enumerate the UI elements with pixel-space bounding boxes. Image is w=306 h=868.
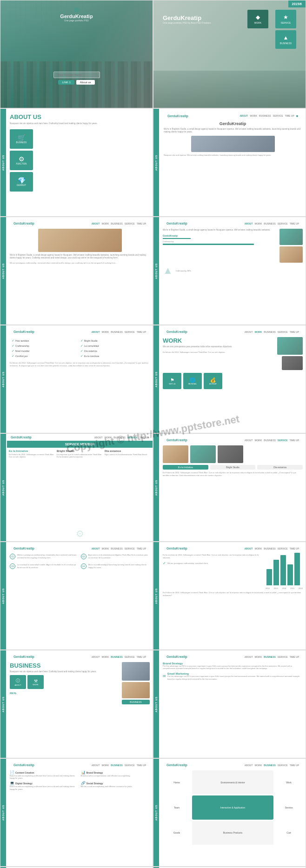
slide-about-text: ABOUT US GerduKreatip ABOUTWORKBUSINESSS… — [153, 108, 306, 217]
craft-bar — [163, 244, 254, 245]
gk-subtext: Nusquam vitis and vipetrus. We've been c… — [164, 154, 302, 156]
about-label-6l: ABOUT US — [0, 542, 6, 649]
service-item3-title: Día estamos — [105, 450, 151, 452]
logo-4l: GerduKreatip — [13, 330, 34, 333]
logo-8r: GerduKreatip — [166, 763, 187, 767]
check-list: ✓Hiso tambten ✓Bright Studio ✓Craftmansh… — [10, 337, 150, 360]
work-subtext: En febrero de 2012, Volkswagen comenzó T… — [163, 351, 274, 353]
strategy-item-1: Brand Strategy Per this advantage our RO… — [163, 662, 303, 669]
biz-thumb-2 — [122, 682, 150, 698]
bar-chart — [266, 554, 303, 586]
business-title: BUSINESS — [10, 662, 119, 669]
nav-6l: ABOUTWORKBUSINESSSERVICETIME UP — [92, 547, 146, 550]
check-3: Craftmanship — [15, 345, 29, 347]
business-box: 🛒 BUSINESS — [10, 129, 33, 149]
tl-es-la: Es la Iniciativa — [163, 465, 208, 470]
strategy-item-2: Email Marketing Per this advantage our R… — [167, 672, 303, 680]
slide-bar-chart: ABOUT US GerduKreatip ABOUTWORKBUSINESSS… — [153, 542, 306, 650]
service-item2-text: La empresas que en esta la administració… — [57, 453, 103, 458]
grid-interactive: Interactive & Application — [192, 795, 273, 819]
ser-la-box: ⚑ SER LA — [163, 373, 181, 389]
service-item2-title: Bright Studio — [57, 450, 103, 452]
business-text: Nusquam nisi uts vipetrus and viam here.… — [10, 670, 119, 673]
bar-text-1: En la concluse de 2012, Volkswagen comen… — [163, 554, 263, 559]
content-creation: 📄 Content Creation Brand us with accompl… — [10, 770, 79, 779]
num-item-4: 04 We're in (craftmanship)2 launching st… — [81, 563, 150, 569]
slide-business: ABOUT US GerduKreatip ABOUTWORKBUSINESSS… — [0, 650, 153, 758]
service-item1-title: Es la Iniciative — [9, 450, 55, 452]
check-7: Comfort por — [15, 355, 27, 358]
work-box: ⚒ WORK — [27, 675, 44, 689]
slide-work: ABOUT US GerduKreatip ABOUTWORKBUSINESSS… — [153, 325, 306, 433]
cover2-title: GerduKreatip — [163, 14, 219, 21]
strategy-text-1: Per this advantage our RO it is was even… — [163, 665, 303, 669]
num-item-2: 02 Aqui vamos en la administracion Apaño… — [81, 554, 150, 559]
hero-brand: GerduKreatip — [49, 13, 105, 19]
svc-thumb-1 — [163, 445, 188, 463]
slide-logo: GerduKreatip — [167, 114, 188, 118]
bar-4 — [287, 564, 293, 585]
svc-thumb-3 — [218, 445, 243, 463]
nav-7l: ABOUTWORKBUSINESSSERVICETIME UP — [92, 656, 146, 658]
logo-7r: GerduKreatip — [166, 655, 187, 658]
slide-hero: ⚙ GerduKreatip One page portfolio PSD LI… — [0, 0, 153, 108]
domain-input[interactable] — [53, 72, 100, 78]
service-icon-box: ★ SERVICE — [275, 10, 296, 28]
tl-dia: Día estamos — [257, 465, 303, 470]
check-5: Nivel mundial — [15, 350, 29, 352]
about-label-8r: ABOUT US — [153, 759, 159, 866]
logo-5r: GerduKreatip — [166, 438, 187, 442]
nav-7r: ABOUTWORKBUSINESSSERVICETIME UP — [245, 656, 299, 658]
gk-desc: We're in Brighten Studio, a small design… — [164, 128, 302, 134]
tl-bright: Bright Studio — [210, 465, 256, 470]
about-title: ABOUT US — [10, 113, 150, 120]
grid-service: Service — [275, 795, 303, 819]
nav-5r: ABOUTWORKBUSINESSSERVICETIME UP — [245, 439, 299, 442]
page-layout: ⚙ GerduKreatip One page portfolio PSD LI… — [0, 0, 306, 868]
cta2-btn[interactable]: About us — [76, 80, 95, 85]
about-label-3r: ABOUT US — [153, 217, 159, 325]
thumb-3r-2 — [279, 246, 303, 263]
check-4: La comunidad — [84, 345, 99, 347]
business-icon-box: ▲ BUSINESS — [275, 30, 296, 49]
stat-label: Craftmanship 80% — [176, 270, 191, 272]
slide-about-us: ABOUT US ABOUT US Nusquam nisi uts vipet… — [0, 108, 153, 217]
logo-5l: GerduKreatip — [11, 436, 32, 439]
grid-env: Environments & Interior — [192, 770, 273, 794]
nav-8l: ABOUTWORKBUSINESSSERVICETIME UP — [92, 764, 146, 767]
about-us-label: ABOUT US — [0, 109, 6, 216]
about-box: ⓘ ABOUT — [10, 675, 26, 689]
check-6: Día estamos — [84, 350, 97, 352]
about-us-label-r: ABOUT US — [153, 109, 159, 216]
about-label-8l: ABOUT US — [0, 759, 6, 866]
num-item-1: 01 We're in prestigious craftmanship, re… — [10, 554, 79, 559]
about-label-4l: ABOUT US — [0, 325, 6, 433]
grid-business-products: Business Products — [192, 821, 273, 845]
img-3l — [38, 229, 122, 252]
logo-7l: GerduKreatip — [13, 655, 34, 658]
service-item1-text: En Febrero de 2012, Volkswagen comenzó T… — [9, 453, 55, 458]
logo-3l: GerduKreatip — [13, 222, 34, 225]
mundial-box: 🌐 MUNDIAL — [183, 373, 202, 389]
slide-checklist: ABOUT US GerduKreatip ABOUTWORKBUSINESSS… — [0, 325, 153, 433]
work-icon-box: ◆ WORK — [247, 10, 268, 28]
slide-content-strategy: ABOUT US GerduKreatip ABOUTWORKBUSINESSS… — [0, 758, 153, 867]
year-labels: 20122013201420152016 — [266, 587, 303, 590]
biz-thumb-1 — [122, 662, 150, 681]
about-label-7r: ABOUT US — [153, 650, 159, 758]
slide-nav: ABOUTWORKBUSINESSSERVICETIME UP ■ — [239, 114, 298, 118]
slide-strategy: ABOUT US GerduKreatip ABOUTWORKBUSINESSS… — [153, 650, 306, 758]
nav-5l: ABOUTWORKBUSINESSSERVICETIME UP — [94, 436, 149, 439]
bar-1 — [266, 569, 272, 585]
grid-team: Team — [163, 795, 191, 819]
work-text: We are tres presupestos para presentar t… — [163, 345, 274, 348]
logo-6l: GerduKreatip — [13, 547, 34, 550]
service-band: SERVICE MEMBER — [7, 441, 153, 448]
work-thumb-2 — [282, 356, 303, 370]
logo-4r: GerduKreatip — [166, 330, 187, 333]
craft-label: Craftmanship — [163, 240, 277, 243]
agreat-box: 💰 AGREAT — [204, 373, 222, 389]
cta1-btn[interactable]: LINK 1 — [58, 80, 74, 85]
email-icon: ✉ — [163, 674, 166, 678]
subtext-3l: We are prestigious craftmanship, renowne… — [10, 262, 150, 264]
